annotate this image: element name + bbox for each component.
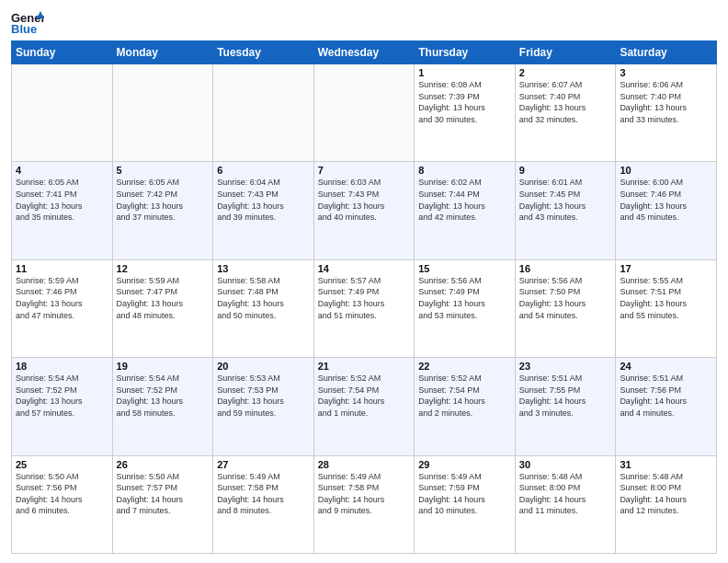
day-number: 27 xyxy=(217,459,310,470)
day-number: 1 xyxy=(418,67,511,78)
day-number: 19 xyxy=(117,361,210,372)
day-info: Sunrise: 6:04 AM Sunset: 7:43 PM Dayligh… xyxy=(217,177,310,223)
day-info: Sunrise: 6:08 AM Sunset: 7:39 PM Dayligh… xyxy=(418,79,511,125)
day-info: Sunrise: 5:52 AM Sunset: 7:54 PM Dayligh… xyxy=(418,373,511,419)
day-number: 17 xyxy=(620,263,712,274)
day-info: Sunrise: 5:49 AM Sunset: 7:59 PM Dayligh… xyxy=(418,471,511,517)
day-number: 8 xyxy=(418,165,511,176)
day-info: Sunrise: 5:51 AM Sunset: 7:55 PM Dayligh… xyxy=(519,373,612,419)
calendar-cell xyxy=(112,64,213,162)
day-number: 22 xyxy=(418,361,511,372)
day-info: Sunrise: 5:49 AM Sunset: 7:58 PM Dayligh… xyxy=(318,471,411,517)
calendar-week-row: 18Sunrise: 5:54 AM Sunset: 7:52 PM Dayli… xyxy=(12,358,717,455)
calendar-cell: 22Sunrise: 5:52 AM Sunset: 7:54 PM Dayli… xyxy=(415,358,516,455)
day-info: Sunrise: 6:00 AM Sunset: 7:46 PM Dayligh… xyxy=(620,177,712,223)
calendar-cell: 15Sunrise: 5:56 AM Sunset: 7:49 PM Dayli… xyxy=(415,259,516,357)
day-number: 23 xyxy=(519,361,612,372)
logo: General Blue xyxy=(11,9,44,35)
calendar-cell: 31Sunrise: 5:48 AM Sunset: 8:00 PM Dayli… xyxy=(616,455,717,553)
col-wednesday: Wednesday xyxy=(313,41,415,64)
calendar-cell: 26Sunrise: 5:50 AM Sunset: 7:57 PM Dayli… xyxy=(112,455,213,553)
col-monday: Monday xyxy=(112,41,213,64)
day-number: 6 xyxy=(217,165,310,176)
calendar-cell: 11Sunrise: 5:59 AM Sunset: 7:46 PM Dayli… xyxy=(12,259,113,357)
col-tuesday: Tuesday xyxy=(213,41,314,64)
day-info: Sunrise: 6:06 AM Sunset: 7:40 PM Dayligh… xyxy=(620,79,712,125)
calendar-cell: 28Sunrise: 5:49 AM Sunset: 7:58 PM Dayli… xyxy=(313,455,415,553)
day-number: 30 xyxy=(519,459,612,470)
day-info: Sunrise: 5:56 AM Sunset: 7:50 PM Dayligh… xyxy=(519,275,612,321)
day-info: Sunrise: 6:01 AM Sunset: 7:45 PM Dayligh… xyxy=(519,177,612,223)
day-number: 16 xyxy=(519,263,612,274)
calendar-cell: 25Sunrise: 5:50 AM Sunset: 7:56 PM Dayli… xyxy=(12,455,113,553)
calendar-cell: 13Sunrise: 5:58 AM Sunset: 7:48 PM Dayli… xyxy=(213,259,314,357)
day-number: 18 xyxy=(16,361,108,372)
calendar-cell: 17Sunrise: 5:55 AM Sunset: 7:51 PM Dayli… xyxy=(616,259,717,357)
day-info: Sunrise: 5:51 AM Sunset: 7:56 PM Dayligh… xyxy=(620,373,712,419)
col-thursday: Thursday xyxy=(415,41,516,64)
day-number: 5 xyxy=(117,165,210,176)
day-info: Sunrise: 5:54 AM Sunset: 7:52 PM Dayligh… xyxy=(117,373,210,419)
day-number: 28 xyxy=(318,459,411,470)
day-number: 2 xyxy=(519,67,612,78)
day-info: Sunrise: 5:52 AM Sunset: 7:54 PM Dayligh… xyxy=(318,373,411,419)
day-number: 21 xyxy=(318,361,411,372)
day-info: Sunrise: 5:57 AM Sunset: 7:49 PM Dayligh… xyxy=(318,275,411,321)
day-number: 10 xyxy=(620,165,712,176)
calendar-header-row: Sunday Monday Tuesday Wednesday Thursday… xyxy=(12,41,717,64)
day-info: Sunrise: 5:48 AM Sunset: 8:00 PM Dayligh… xyxy=(519,471,612,517)
day-number: 3 xyxy=(620,67,712,78)
day-number: 9 xyxy=(519,165,612,176)
day-info: Sunrise: 6:02 AM Sunset: 7:44 PM Dayligh… xyxy=(418,177,511,223)
day-info: Sunrise: 5:48 AM Sunset: 8:00 PM Dayligh… xyxy=(620,471,712,517)
day-number: 29 xyxy=(418,459,511,470)
day-info: Sunrise: 5:56 AM Sunset: 7:49 PM Dayligh… xyxy=(418,275,511,321)
day-number: 4 xyxy=(16,165,108,176)
calendar: Sunday Monday Tuesday Wednesday Thursday… xyxy=(11,40,717,554)
day-info: Sunrise: 5:53 AM Sunset: 7:53 PM Dayligh… xyxy=(217,373,310,419)
calendar-cell xyxy=(313,64,415,162)
calendar-cell: 18Sunrise: 5:54 AM Sunset: 7:52 PM Dayli… xyxy=(12,358,113,455)
logo-graphic: General Blue xyxy=(11,9,44,37)
day-info: Sunrise: 5:50 AM Sunset: 7:56 PM Dayligh… xyxy=(16,471,108,517)
calendar-cell: 3Sunrise: 6:06 AM Sunset: 7:40 PM Daylig… xyxy=(616,64,717,162)
calendar-cell: 24Sunrise: 5:51 AM Sunset: 7:56 PM Dayli… xyxy=(616,358,717,455)
header: General Blue xyxy=(11,9,717,35)
calendar-cell: 8Sunrise: 6:02 AM Sunset: 7:44 PM Daylig… xyxy=(415,162,516,259)
calendar-cell: 4Sunrise: 6:05 AM Sunset: 7:41 PM Daylig… xyxy=(12,162,113,259)
calendar-cell: 21Sunrise: 5:52 AM Sunset: 7:54 PM Dayli… xyxy=(313,358,415,455)
day-number: 26 xyxy=(117,459,210,470)
calendar-cell xyxy=(12,64,113,162)
day-number: 31 xyxy=(620,459,712,470)
day-info: Sunrise: 6:03 AM Sunset: 7:43 PM Dayligh… xyxy=(318,177,411,223)
col-sunday: Sunday xyxy=(12,41,113,64)
day-info: Sunrise: 5:59 AM Sunset: 7:47 PM Dayligh… xyxy=(117,275,210,321)
day-number: 12 xyxy=(117,263,210,274)
calendar-cell xyxy=(213,64,314,162)
day-number: 11 xyxy=(16,263,108,274)
calendar-week-row: 25Sunrise: 5:50 AM Sunset: 7:56 PM Dayli… xyxy=(12,455,717,553)
col-friday: Friday xyxy=(515,41,616,64)
calendar-cell: 12Sunrise: 5:59 AM Sunset: 7:47 PM Dayli… xyxy=(112,259,213,357)
day-number: 20 xyxy=(217,361,310,372)
day-number: 25 xyxy=(16,459,108,470)
page: General Blue Sunday Monday Tuesday Wedne… xyxy=(0,0,728,563)
day-info: Sunrise: 5:58 AM Sunset: 7:48 PM Dayligh… xyxy=(217,275,310,321)
day-info: Sunrise: 5:59 AM Sunset: 7:46 PM Dayligh… xyxy=(16,275,108,321)
calendar-week-row: 4Sunrise: 6:05 AM Sunset: 7:41 PM Daylig… xyxy=(12,162,717,259)
calendar-cell: 30Sunrise: 5:48 AM Sunset: 8:00 PM Dayli… xyxy=(515,455,616,553)
col-saturday: Saturday xyxy=(616,41,717,64)
calendar-cell: 10Sunrise: 6:00 AM Sunset: 7:46 PM Dayli… xyxy=(616,162,717,259)
calendar-cell: 5Sunrise: 6:05 AM Sunset: 7:42 PM Daylig… xyxy=(112,162,213,259)
day-number: 24 xyxy=(620,361,712,372)
day-info: Sunrise: 6:05 AM Sunset: 7:41 PM Dayligh… xyxy=(16,177,108,223)
day-info: Sunrise: 5:54 AM Sunset: 7:52 PM Dayligh… xyxy=(16,373,108,419)
day-info: Sunrise: 6:07 AM Sunset: 7:40 PM Dayligh… xyxy=(519,79,612,125)
calendar-week-row: 11Sunrise: 5:59 AM Sunset: 7:46 PM Dayli… xyxy=(12,259,717,357)
day-info: Sunrise: 5:55 AM Sunset: 7:51 PM Dayligh… xyxy=(620,275,712,321)
calendar-week-row: 1Sunrise: 6:08 AM Sunset: 7:39 PM Daylig… xyxy=(12,64,717,162)
day-info: Sunrise: 6:05 AM Sunset: 7:42 PM Dayligh… xyxy=(117,177,210,223)
day-info: Sunrise: 5:49 AM Sunset: 7:58 PM Dayligh… xyxy=(217,471,310,517)
calendar-cell: 9Sunrise: 6:01 AM Sunset: 7:45 PM Daylig… xyxy=(515,162,616,259)
calendar-cell: 1Sunrise: 6:08 AM Sunset: 7:39 PM Daylig… xyxy=(415,64,516,162)
